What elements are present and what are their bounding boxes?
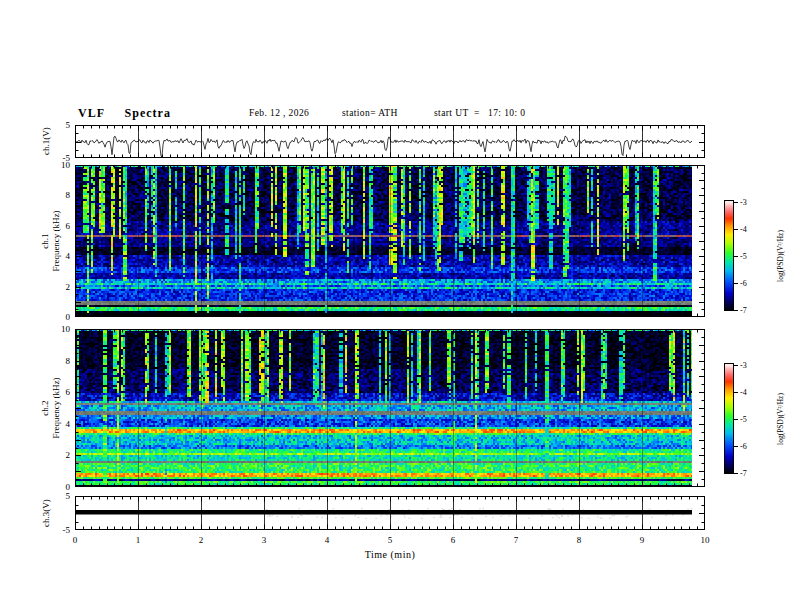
- start-ut-label: start UT = 17: 10: 0: [434, 108, 525, 118]
- ch3-waveform-panel: [75, 496, 705, 530]
- ch2-spec-y-tick-label: 4: [50, 419, 70, 428]
- ch2-spec-ylabel: ch.2 Frequency (kHz): [40, 377, 61, 438]
- colorbar1-tick-label: -4: [740, 225, 747, 234]
- ch1-spectrogram-panel: [75, 165, 705, 317]
- x-tick-label: 1: [136, 536, 141, 545]
- colorbar2-tick-label: -5: [740, 415, 747, 424]
- ch1wave-y-tick-label: 5: [50, 121, 70, 130]
- colorbar2-label: log(PSD)(V²/Hz): [776, 393, 785, 445]
- colorbar1-label: log(PSD)(V²/Hz): [776, 230, 785, 282]
- x-tick-label: 6: [451, 536, 456, 545]
- colorbar1-tick-label: -6: [740, 279, 747, 288]
- vlf-spectra-figure: VLF Spectra Feb. 12 , 2026 station= ATH …: [0, 0, 792, 612]
- figure-title: VLF Spectra: [78, 106, 171, 121]
- ch2-spec-y-tick-label: 8: [50, 356, 70, 365]
- x-tick-label: 10: [701, 536, 710, 545]
- x-tick-label: 2: [199, 536, 204, 545]
- ch2-spec-ylabel-line2: Frequency (kHz): [50, 377, 61, 438]
- ch2-spec-y-tick-label: 6: [50, 388, 70, 397]
- ch3wave-y-tick-label: 5: [50, 492, 70, 501]
- colorbar1-tick-label: -5: [740, 252, 747, 261]
- x-tick-label: 5: [388, 536, 393, 545]
- x-tick-label: 7: [514, 536, 519, 545]
- colorbar2-tick-label: -6: [740, 442, 747, 451]
- ch3wave-y-tick-label: -5: [50, 526, 70, 535]
- colorbar2-tick-label: -3: [740, 361, 747, 370]
- ch1-spec-y-tick-label: 2: [50, 282, 70, 291]
- ch2-spec-ylabel-line1: ch.2: [40, 377, 51, 438]
- ch1-spec-ylabel-line1: ch.1: [40, 210, 51, 271]
- ch1-spec-y-tick-label: 0: [50, 313, 70, 322]
- ch2-spec-y-tick-label: 2: [50, 451, 70, 460]
- x-axis-title: Time (min): [365, 549, 415, 560]
- ch2-spectrogram-panel: [75, 329, 705, 487]
- ch1wave-y-tick-label: -5: [50, 154, 70, 163]
- colorbar2-tick-label: -4: [740, 388, 747, 397]
- ch1-wave-ylabel: ch.1(V): [41, 127, 52, 155]
- ch1-spec-ylabel-line2: Frequency (kHz): [50, 210, 61, 271]
- x-tick-label: 9: [640, 536, 645, 545]
- colorbar1-tick-label: -3: [740, 198, 747, 207]
- x-tick-label: 4: [325, 536, 330, 545]
- ch1-spec-y-tick-label: 8: [50, 191, 70, 200]
- x-tick-label: 0: [73, 536, 78, 545]
- ch1-waveform-panel: [75, 125, 705, 158]
- station-label: station= ATH: [342, 108, 398, 118]
- colorbar-ch2: [724, 363, 740, 474]
- colorbar1-tick-label: -7: [740, 306, 747, 315]
- x-tick-label: 8: [577, 536, 582, 545]
- ch1-spec-y-tick-label: 6: [50, 221, 70, 230]
- ch1-spec-ylabel: ch.1 Frequency (kHz): [40, 210, 61, 271]
- ch2-spec-y-tick-label: 10: [50, 325, 70, 334]
- ch3-wave-ylabel: ch.3(V): [41, 499, 52, 527]
- colorbar2-tick-label: -7: [740, 469, 747, 478]
- x-tick-label: 3: [262, 536, 267, 545]
- date-label: Feb. 12 , 2026: [249, 108, 309, 118]
- colorbar-ch1: [724, 200, 740, 311]
- ch1-spec-y-tick-label: 4: [50, 252, 70, 261]
